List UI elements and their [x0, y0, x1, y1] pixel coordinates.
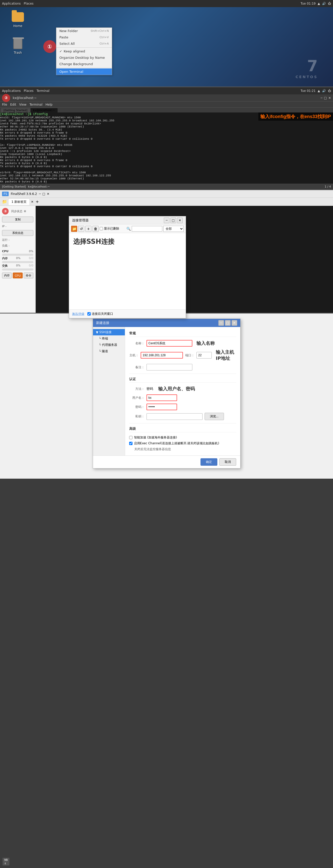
- newconn-minimize-btn[interactable]: ─: [218, 320, 224, 326]
- menu-select-all[interactable]: Select All Ctrl+A: [56, 40, 112, 47]
- home-icon-desktop[interactable]: Home: [8, 11, 28, 28]
- maximize-btn-fs[interactable]: □: [42, 192, 45, 196]
- terminal-line: virbr0: flags=4099<UP,BROADCAST,MULTICAS…: [0, 171, 333, 174]
- menu-new-folder[interactable]: New Folder Shift+Ctrl+N: [56, 28, 112, 34]
- copy-btn[interactable]: 复制: [2, 217, 33, 222]
- folder-nav-icon[interactable]: 📁: [2, 199, 7, 204]
- terminal-section: Applications Places Terminal Tue 01:21 ▲…: [0, 87, 333, 189]
- port-input[interactable]: [196, 352, 212, 359]
- shortcut-paste: Ctrl+V: [100, 36, 109, 39]
- conn-folder-icon[interactable]: 📁: [71, 226, 77, 232]
- places-menu[interactable]: Places: [24, 2, 33, 5]
- close-after-checkbox[interactable]: [87, 312, 91, 315]
- terminal-annotation-overlay: 输入ifconfig指令，在ens33找到IP: [258, 113, 333, 121]
- activate-btn[interactable]: 激活/升级: [72, 312, 84, 316]
- menu-open-terminal[interactable]: Open Terminal: [56, 68, 112, 75]
- tree-tunnel[interactable]: └隧道: [93, 348, 125, 354]
- menu-terminal[interactable]: Terminal: [30, 103, 43, 106]
- terminal-statusbar: [Getting Started] kx@localhost:~ 1 / 4: [0, 184, 333, 189]
- name-label: 名称：: [129, 341, 144, 346]
- newconn-maximize-btn[interactable]: □: [225, 320, 230, 326]
- menu-edit[interactable]: Edit: [10, 103, 16, 106]
- close-btn-terminal[interactable]: ✕: [328, 96, 331, 100]
- centos-watermark: 7 CENTOS: [296, 57, 318, 79]
- conn-body: 选择SSH连接: [69, 233, 186, 309]
- terminal-line: TX errors 0 dropped 0 overruns 0 carrier…: [0, 137, 333, 141]
- sysinfo-btn[interactable]: 系统信息: [2, 230, 33, 236]
- conn-close-btn[interactable]: ✕: [177, 218, 183, 223]
- menu-paste[interactable]: Paste Ctrl+V: [56, 34, 112, 40]
- monitor-note: 关闭后无法监控服务器信息: [134, 447, 236, 452]
- show-deleted-label: 显示已删除: [100, 226, 119, 231]
- add-tab-icon[interactable]: +: [36, 199, 39, 204]
- cpu-row: CPU 0%: [2, 250, 33, 253]
- places-menu-2[interactable]: Places: [24, 89, 33, 93]
- tree-proxy[interactable]: └代理服务器: [93, 342, 125, 348]
- apps-menu-2[interactable]: Applications: [2, 89, 21, 93]
- fs-sidebar: ③ 同步状态 复制 IP - 系统信息 运行 - 负载 - CPU 0%: [0, 206, 36, 313]
- conn-maximize-btn[interactable]: □: [170, 218, 176, 223]
- username-label: 用户名：: [129, 396, 144, 400]
- confirm-btn[interactable]: 确定: [200, 458, 217, 466]
- terminal-menu-2[interactable]: Terminal: [36, 89, 50, 93]
- privatekey-row: 私钥： 浏览...: [129, 413, 236, 420]
- conn-delete-icon[interactable]: 🗑: [92, 226, 99, 232]
- conn-filter-select[interactable]: 全部: [163, 226, 184, 232]
- menu-help[interactable]: Help: [46, 103, 53, 106]
- trash-image: [12, 38, 24, 50]
- minimize-btn-terminal[interactable]: ─: [321, 96, 322, 100]
- conn-new-icon[interactable]: +: [85, 226, 91, 232]
- menu-organize[interactable]: Organize Desktop by Name: [56, 55, 112, 61]
- newconn-title: 新建连接: [96, 321, 109, 325]
- tab-getting-started[interactable]: [Getting Started]: [1, 108, 30, 113]
- conn-refresh-icon[interactable]: ↺: [78, 226, 84, 232]
- cmd-btn[interactable]: 命令: [24, 273, 33, 278]
- menu-view[interactable]: View: [19, 103, 26, 106]
- menu-file[interactable]: File: [2, 103, 7, 106]
- terminal-line: TX packets 0 bytes 0 (0.0 B): [0, 162, 333, 165]
- terminal-line: RX packets 0 bytes 0 (0.0 B): [0, 180, 333, 183]
- maximize-btn-terminal[interactable]: □: [324, 96, 327, 100]
- applications-menu[interactable]: Applications: [2, 2, 21, 5]
- fs-tab-new[interactable]: 1 新标签页: [8, 198, 30, 205]
- menu-change-bg[interactable]: Change Background: [56, 61, 112, 67]
- note-input[interactable]: [146, 364, 192, 371]
- tree-terminal[interactable]: └终端: [93, 335, 125, 342]
- minimize-btn-fs[interactable]: ─: [39, 192, 41, 196]
- note-label: 备注：: [129, 365, 144, 370]
- mem-btn[interactable]: 内存: [2, 273, 12, 278]
- browse-btn[interactable]: 浏览...: [204, 413, 224, 420]
- show-deleted-checkbox[interactable]: [100, 227, 103, 230]
- shortcut-select-all: Ctrl+A: [100, 42, 109, 45]
- conn-minimize-btn[interactable]: ─: [164, 218, 169, 223]
- trash-icon-desktop[interactable]: Trash: [8, 38, 28, 55]
- tree-ssh[interactable]: ▼ SSH连接: [93, 329, 125, 335]
- name-input[interactable]: [146, 340, 192, 347]
- newconn-close-btn[interactable]: ✕: [231, 320, 237, 326]
- terminal-line: RX packets 24002 bytes 30.. (3.4 MiB): [0, 128, 333, 131]
- terminal-output[interactable]: [kx@localhost ~]$ ifconfig ens33: flags=…: [0, 113, 333, 184]
- username-input[interactable]: [146, 395, 177, 401]
- smart-accel-checkbox[interactable]: [129, 436, 133, 439]
- centos-number: 7: [296, 57, 318, 75]
- privatekey-input[interactable]: [146, 413, 202, 420]
- tab-localhost[interactable]: kx@localhost:~: [31, 108, 58, 113]
- exec-channel-checkbox[interactable]: [129, 442, 133, 445]
- terminal-line: RX errors 0 dropped 0 overruns 0 frame 0: [0, 159, 333, 162]
- swap-progress: [2, 269, 33, 271]
- status-tab-2[interactable]: kx@localhost:~: [28, 185, 50, 188]
- cancel-btn[interactable]: 取消: [219, 458, 236, 466]
- page-indicator: 1 / 4: [325, 185, 331, 188]
- cpu-progress: [2, 254, 33, 256]
- status-tab-1[interactable]: [Getting Started]: [2, 185, 26, 188]
- search-icon-conn: 🔍: [127, 227, 131, 231]
- host-input[interactable]: [141, 352, 183, 359]
- tab-close-icon[interactable]: ✕: [31, 200, 33, 204]
- clock-2: Tue 01:21: [301, 89, 316, 93]
- conn-search-input[interactable]: [132, 226, 162, 231]
- close-btn-fs[interactable]: ✕: [47, 192, 50, 196]
- password-input[interactable]: [146, 404, 177, 410]
- newconn-form: 常规 名称： 输入名称 主机： 端口： 输入主机IP地址 备注：: [125, 327, 240, 456]
- cpu-btn[interactable]: CPU: [13, 273, 22, 278]
- menu-keep-aligned[interactable]: ✓Keep aligned: [56, 48, 112, 55]
